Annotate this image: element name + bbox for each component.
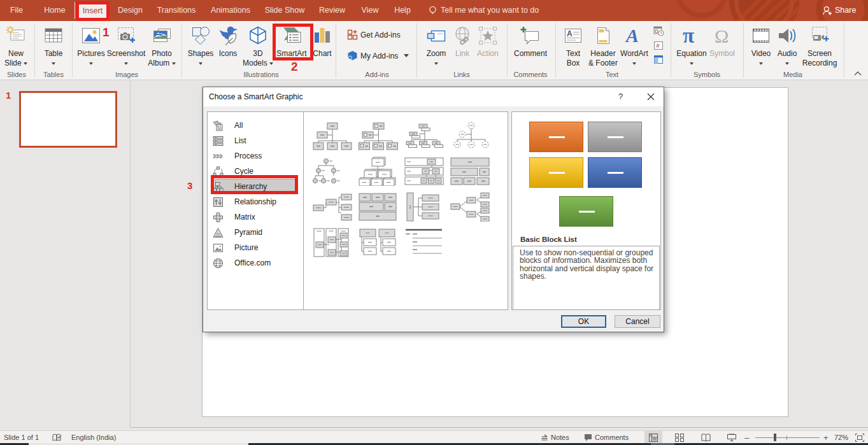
svg-text:π: π <box>683 25 694 46</box>
svg-text:A: A <box>625 25 639 46</box>
svg-text:#: # <box>657 43 660 49</box>
svg-text:A: A <box>567 29 573 38</box>
svg-text:Ω: Ω <box>715 25 729 46</box>
